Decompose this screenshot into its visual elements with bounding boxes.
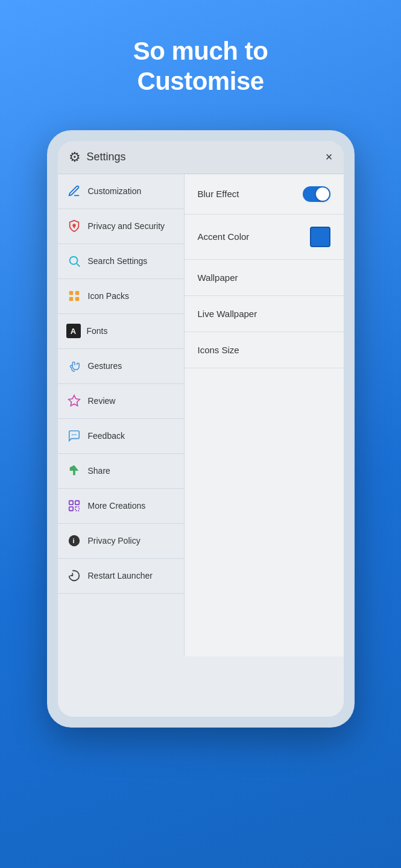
settings-body: Customization Privacy and Security Searc…	[58, 174, 344, 656]
svg-line-3	[77, 263, 80, 266]
svg-rect-15	[75, 507, 78, 511]
panel-item-accent-color[interactable]: Accent Color	[185, 215, 344, 260]
panel-item-wallpaper[interactable]: Wallpaper	[185, 260, 344, 296]
svg-rect-13	[75, 501, 78, 505]
sidebar-item-gestures[interactable]: Gestures	[58, 349, 184, 384]
sidebar-item-fonts[interactable]: A Fonts	[58, 314, 184, 349]
bottom-spacer	[58, 656, 344, 717]
sidebar-label-privacy-policy: Privacy Policy	[88, 536, 141, 546]
sidebar-item-review[interactable]: Review	[58, 384, 184, 419]
svg-rect-4	[69, 291, 72, 295]
sidebar-label-restart: Restart Launcher	[88, 571, 153, 580]
phone-frame: ⚙ Settings × Customization Privacy and S…	[47, 130, 355, 728]
customization-icon	[66, 183, 82, 199]
sidebar-label-privacy: Privacy and Security	[88, 221, 165, 231]
svg-marker-8	[68, 395, 79, 406]
sidebar-item-search-settings[interactable]: Search Settings	[58, 244, 184, 279]
settings-title: Settings	[87, 151, 326, 163]
settings-header: ⚙ Settings ×	[58, 141, 344, 174]
iconpacks-icon	[66, 288, 82, 304]
sidebar-item-feedback[interactable]: Feedback	[58, 419, 184, 454]
restart-icon	[66, 568, 82, 583]
svg-rect-6	[69, 297, 72, 301]
wallpaper-label: Wallpaper	[198, 272, 238, 283]
svg-rect-12	[69, 501, 72, 505]
live-wallpaper-label: Live Wallpaper	[198, 309, 257, 319]
sidebar-item-customization[interactable]: Customization	[58, 174, 184, 209]
fonts-icon: A	[66, 324, 81, 338]
sidebar-label-share: Share	[88, 466, 110, 476]
sidebar-label-customization: Customization	[88, 186, 142, 196]
gestures-icon	[66, 358, 82, 374]
search-icon	[66, 253, 82, 269]
sidebar-item-icon-packs[interactable]: Icon Packs	[58, 279, 184, 314]
panel-item-blur-effect[interactable]: Blur Effect	[185, 174, 344, 215]
sidebar: Customization Privacy and Security Searc…	[58, 174, 185, 656]
sidebar-label-search: Search Settings	[88, 256, 148, 266]
main-panel: Blur Effect Accent Color Wallpaper Live …	[185, 174, 344, 656]
svg-rect-5	[75, 291, 78, 295]
settings-window: ⚙ Settings × Customization Privacy and S…	[58, 141, 344, 717]
svg-point-2	[69, 257, 77, 265]
icons-size-label: Icons Size	[198, 345, 239, 355]
sidebar-label-iconpacks: Icon Packs	[88, 291, 129, 301]
accent-color-swatch[interactable]	[310, 227, 330, 247]
panel-item-live-wallpaper[interactable]: Live Wallpaper	[185, 296, 344, 332]
svg-rect-14	[69, 507, 72, 511]
review-icon	[66, 393, 82, 409]
hero-section: So much to Customise	[133, 0, 268, 97]
sidebar-item-restart[interactable]: Restart Launcher	[58, 559, 184, 594]
sidebar-item-privacy-policy[interactable]: i Privacy Policy	[58, 524, 184, 559]
svg-rect-7	[75, 297, 78, 301]
privacy-icon	[66, 218, 82, 234]
svg-point-0	[73, 225, 75, 227]
hero-line1: So much to	[133, 36, 268, 66]
more-creations-icon	[66, 498, 82, 514]
blur-effect-toggle[interactable]	[303, 186, 330, 202]
sidebar-label-gestures: Gestures	[88, 361, 122, 371]
sidebar-label-feedback: Feedback	[88, 431, 125, 441]
sidebar-label-more: More Creations	[88, 501, 146, 511]
accent-color-label: Accent Color	[198, 231, 250, 242]
sidebar-item-share[interactable]: Share	[58, 454, 184, 489]
close-button[interactable]: ×	[326, 150, 333, 164]
share-icon	[66, 463, 82, 479]
sidebar-item-privacy-security[interactable]: Privacy and Security	[58, 209, 184, 244]
panel-item-icons-size[interactable]: Icons Size	[185, 332, 344, 368]
feedback-icon	[66, 428, 82, 444]
gear-icon: ⚙	[69, 149, 81, 165]
blur-effect-label: Blur Effect	[198, 189, 239, 199]
privacy-policy-icon: i	[66, 533, 82, 549]
sidebar-item-more-creations[interactable]: More Creations	[58, 489, 184, 524]
sidebar-label-review: Review	[88, 396, 116, 406]
hero-line2: Customise	[133, 66, 268, 96]
svg-text:i: i	[72, 537, 74, 544]
sidebar-label-fonts: Fonts	[87, 326, 108, 336]
